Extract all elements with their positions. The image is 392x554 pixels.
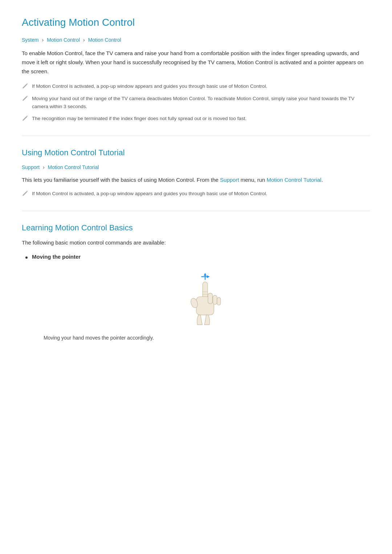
note-icon-2: [22, 95, 28, 102]
section2-breadcrumb: Support › Motion Control Tutorial: [22, 163, 370, 171]
intro-paragraph: To enable Motion Control, face the TV ca…: [22, 49, 370, 76]
note-icon-1: [22, 83, 28, 90]
bullet-list: Moving the pointer: [22, 253, 370, 261]
note-item-1: If Motion Control is activated, a pop-up…: [22, 82, 370, 90]
svg-marker-3: [207, 275, 210, 278]
breadcrumb-motion-control-1[interactable]: Motion Control: [47, 37, 80, 43]
hand-pointer-svg: [185, 272, 229, 327]
section2-body-after: .: [321, 177, 323, 183]
section2-body: This lets you familiarise yourself with …: [22, 176, 370, 185]
svg-rect-7: [213, 295, 217, 304]
bullet-item-moving-pointer: Moving the pointer: [25, 253, 370, 261]
note-text-1: If Motion Control is activated, a pop-up…: [32, 82, 267, 90]
section2-heading: Using Motion Control Tutorial: [22, 136, 370, 159]
pointer-caption: Moving your hand moves the pointer accor…: [22, 334, 370, 342]
note-icon-3: [22, 115, 28, 122]
breadcrumb: System › Motion Control › Motion Control: [22, 36, 370, 44]
breadcrumb-motion-control-2[interactable]: Motion Control: [88, 37, 121, 43]
breadcrumb-system[interactable]: System: [22, 37, 39, 43]
bullet-dot: [25, 257, 28, 259]
section2-breadcrumb-sep: ›: [43, 164, 46, 170]
breadcrumb-sep1: ›: [42, 37, 45, 43]
bullet-item-label: Moving the pointer: [32, 253, 81, 261]
note-text-2: Moving your hand out of the range of the…: [32, 95, 370, 110]
section2-note-text-1: If Motion Control is activated, a pop-up…: [32, 190, 267, 198]
page-title: Activating Motion Control: [22, 15, 370, 31]
svg-rect-8: [217, 297, 221, 305]
note-item-3: The recognition may be terminated if the…: [22, 115, 370, 123]
svg-rect-4: [203, 282, 208, 299]
svg-marker-2: [204, 273, 207, 276]
section2-notes-list: If Motion Control is activated, a pop-up…: [22, 190, 370, 198]
notes-list: If Motion Control is activated, a pop-up…: [22, 82, 370, 122]
section3-intro: The following basic motion control comma…: [22, 238, 370, 247]
section2-note-item-1: If Motion Control is activated, a pop-up…: [22, 190, 370, 198]
section2-note-icon-1: [22, 190, 28, 197]
note-text-3: The recognition may be terminated if the…: [32, 115, 246, 123]
svg-rect-6: [208, 293, 213, 304]
hand-illustration: [44, 272, 370, 327]
section2-breadcrumb-tutorial[interactable]: Motion Control Tutorial: [48, 164, 99, 170]
section2-tutorial-link[interactable]: Motion Control Tutorial: [266, 177, 321, 183]
section2-support-link[interactable]: Support: [220, 177, 239, 183]
section2-body-middle: menu, run: [239, 177, 267, 183]
note-item-2: Moving your hand out of the range of the…: [22, 95, 370, 110]
section2-breadcrumb-support[interactable]: Support: [22, 164, 40, 170]
breadcrumb-sep2: ›: [83, 37, 86, 43]
section3-heading: Learning Motion Control Basics: [22, 211, 370, 234]
section2-body-before: This lets you familiarise yourself with …: [22, 177, 220, 183]
